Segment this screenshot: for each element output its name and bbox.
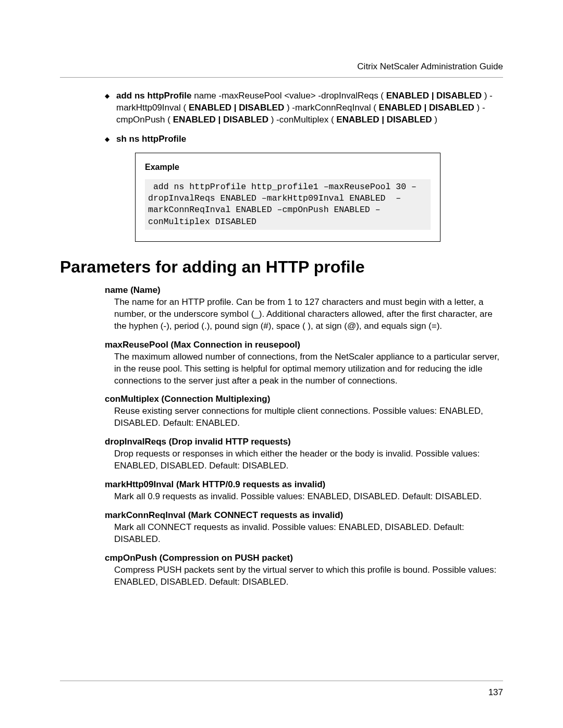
- param-description: The maximum allowed number of connection…: [114, 351, 503, 387]
- param-description: Reuse existing server connections for mu…: [114, 405, 503, 429]
- param-block: maxReusePool (Max Connection in reusepoo…: [105, 340, 503, 387]
- body-content: ◆ add ns httpProfile name -maxReusePool …: [105, 90, 503, 242]
- param-block: cmpOnPush (Compression on PUSH packet)Co…: [105, 553, 503, 588]
- bullet-icon: ◆: [105, 133, 116, 145]
- param-description: Mark all CONNECT requests as invalid. Po…: [114, 522, 503, 546]
- running-header: Citrix NetScaler Administration Guide: [60, 61, 503, 72]
- page: Citrix NetScaler Administration Guide ◆ …: [0, 0, 563, 728]
- params-list: name (Name)The name for an HTTP profile.…: [105, 285, 503, 588]
- param-description: Compress PUSH packets sent by the virtua…: [114, 564, 503, 588]
- page-number: 137: [488, 687, 503, 698]
- param-title: dropInvalReqs (Drop invalid HTTP request…: [105, 437, 503, 447]
- param-block: dropInvalReqs (Drop invalid HTTP request…: [105, 437, 503, 472]
- param-title: conMultiplex (Connection Multiplexing): [105, 394, 503, 404]
- example-label: Example: [145, 163, 431, 172]
- param-title: markConnReqInval (Mark CONNECT requests …: [105, 510, 503, 521]
- example-code: add ns httpProfile http_profile1 –maxReu…: [145, 179, 431, 230]
- param-title: maxReusePool (Max Connection in reusepoo…: [105, 340, 503, 350]
- param-block: markHttp09Inval (Mark HTTP/0.9 requests …: [105, 479, 503, 503]
- bullet-2-text: sh ns httpProfile: [116, 133, 186, 145]
- section-heading: Parameters for adding an HTTP profile: [60, 257, 503, 277]
- param-description: Mark all 0.9 requests as invalid. Possib…: [114, 491, 503, 503]
- header-rule: [60, 77, 503, 78]
- bullet-icon: ◆: [105, 90, 116, 102]
- param-title: name (Name): [105, 285, 503, 295]
- bullet-1-text: add ns httpProfile name -maxReusePool <v…: [116, 90, 503, 126]
- bullet-item-2: ◆ sh ns httpProfile: [105, 133, 503, 145]
- bullet-item-1: ◆ add ns httpProfile name -maxReusePool …: [105, 90, 503, 126]
- param-block: markConnReqInval (Mark CONNECT requests …: [105, 510, 503, 546]
- param-description: The name for an HTTP profile. Can be fro…: [114, 297, 503, 332]
- param-title: markHttp09Inval (Mark HTTP/0.9 requests …: [105, 479, 503, 490]
- param-block: name (Name)The name for an HTTP profile.…: [105, 285, 503, 332]
- param-block: conMultiplex (Connection Multiplexing)Re…: [105, 394, 503, 429]
- example-box: Example add ns httpProfile http_profile1…: [135, 153, 440, 242]
- param-description: Drop requests or responses in which eith…: [114, 448, 503, 472]
- footer-rule: [60, 681, 503, 681]
- param-title: cmpOnPush (Compression on PUSH packet): [105, 553, 503, 563]
